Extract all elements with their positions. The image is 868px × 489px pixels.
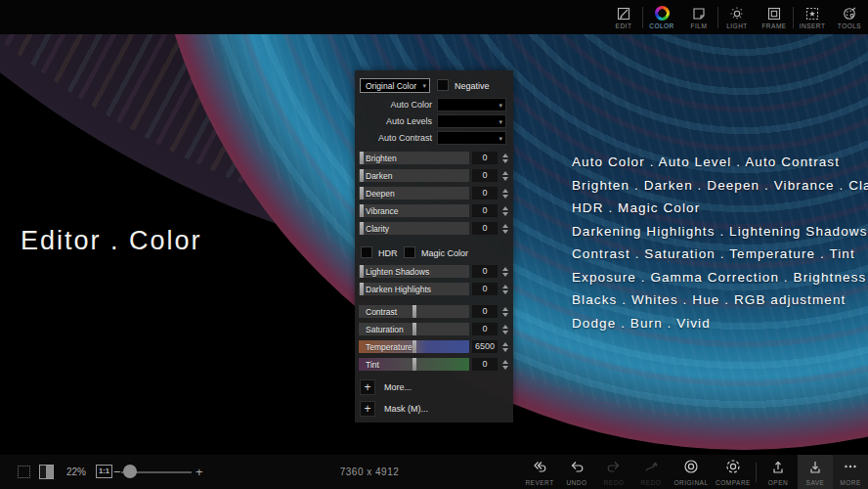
darken-slider[interactable]: Darken (359, 169, 469, 182)
auto-levels-dropdown[interactable]: ▾ (437, 114, 506, 128)
step-up-icon[interactable] (502, 267, 508, 271)
step-down-icon[interactable] (502, 230, 508, 234)
tab-frame[interactable]: FRAME (756, 0, 793, 34)
step-down-icon[interactable] (502, 212, 508, 216)
slider-handle[interactable] (360, 265, 364, 278)
undo-button[interactable]: UNDO (558, 455, 595, 489)
more-button[interactable]: + More... (360, 379, 412, 395)
step-down-icon[interactable] (502, 290, 508, 294)
deepen-slider[interactable]: Deepen (359, 187, 469, 200)
darken-stepper[interactable] (500, 169, 510, 182)
contrast-slider[interactable]: Contrast (359, 305, 469, 318)
step-up-icon[interactable] (502, 171, 508, 175)
slider-handle[interactable] (360, 283, 364, 295)
zoom-slider-handle[interactable] (123, 465, 137, 478)
clarity-stepper[interactable] (500, 222, 510, 235)
tint-slider[interactable]: Tint (359, 358, 469, 371)
redo-button[interactable]: REDO (595, 455, 632, 489)
step-down-icon[interactable] (502, 273, 508, 277)
compare-button[interactable]: COMPARE (713, 455, 754, 489)
deepen-stepper[interactable] (500, 187, 510, 200)
magic-color-checkbox[interactable] (404, 246, 415, 258)
slider-handle[interactable] (412, 340, 416, 353)
tab-tools[interactable]: TOOLS (831, 0, 868, 34)
contrast-stepper[interactable] (500, 305, 510, 318)
more-actions-button[interactable]: MORE (833, 455, 868, 489)
chevron-down-icon: ▾ (499, 102, 502, 109)
selection-grid-icon[interactable] (18, 466, 30, 478)
hdr-checkbox[interactable] (361, 246, 372, 258)
clarity-value[interactable]: 0 (472, 222, 498, 235)
tab-insert[interactable]: INSERT (794, 0, 831, 34)
slider-handle[interactable] (360, 204, 364, 217)
vibrance-value[interactable]: 0 (472, 204, 498, 217)
saturation-value[interactable]: 0 (472, 323, 498, 335)
auto-color-dropdown[interactable]: ▾ (437, 98, 506, 111)
step-up-icon[interactable] (502, 342, 508, 346)
open-button[interactable]: OPEN (759, 455, 798, 489)
feature-line: Exposure . Gamma Correction . Brightness (572, 266, 868, 289)
tab-color[interactable]: COLOR (643, 0, 680, 34)
zoom-out-button[interactable]: − (113, 465, 121, 479)
slider-handle[interactable] (360, 187, 364, 200)
vibrance-slider[interactable]: Vibrance (359, 204, 469, 217)
brighten-slider[interactable]: Brighten (359, 152, 469, 164)
tint-stepper[interactable] (500, 358, 510, 371)
lighten-shadows-slider[interactable]: Lighten Shadows (359, 265, 469, 278)
step-up-icon[interactable] (502, 189, 508, 193)
save-button[interactable]: SAVE (798, 455, 833, 489)
slider-handle[interactable] (360, 222, 364, 235)
original-button[interactable]: ORIGINAL (670, 455, 713, 489)
saturation-slider[interactable]: Saturation (359, 323, 469, 335)
step-up-icon[interactable] (502, 206, 508, 210)
step-up-icon[interactable] (502, 224, 508, 228)
lighten-shadows-value[interactable]: 0 (472, 265, 498, 278)
toolbar-separator (756, 463, 757, 482)
step-down-icon[interactable] (502, 159, 508, 163)
darken-highlights-stepper[interactable] (500, 283, 510, 295)
contrast-value[interactable]: 0 (472, 305, 498, 318)
redo-all-button[interactable]: REDO (632, 455, 670, 489)
step-down-icon[interactable] (502, 348, 508, 352)
saturation-stepper[interactable] (500, 323, 510, 335)
darken-value[interactable]: 0 (472, 169, 498, 182)
lighten-shadows-stepper[interactable] (500, 265, 510, 278)
slider-handle[interactable] (360, 169, 364, 182)
brighten-stepper[interactable] (500, 152, 510, 164)
one-to-one-button[interactable]: 1:1 (96, 465, 112, 478)
tab-light[interactable]: LIGHT (718, 0, 756, 34)
negative-checkbox[interactable] (437, 79, 449, 91)
step-up-icon[interactable] (502, 285, 508, 289)
slider-handle[interactable] (360, 152, 364, 164)
slider-handle[interactable] (412, 358, 416, 371)
step-down-icon[interactable] (502, 366, 508, 370)
zoom-in-button[interactable]: + (195, 465, 203, 479)
darken-highlights-value[interactable]: 0 (472, 283, 498, 295)
clarity-slider[interactable]: Clarity (359, 222, 469, 235)
tab-edit[interactable]: EDIT (605, 0, 642, 34)
step-up-icon[interactable] (502, 325, 508, 329)
step-down-icon[interactable] (502, 177, 508, 181)
temperature-slider[interactable]: Temperature (359, 340, 469, 353)
deepen-value[interactable]: 0 (472, 187, 498, 200)
preset-dropdown[interactable]: Original Color ▾ (360, 78, 430, 93)
brighten-value[interactable]: 0 (472, 152, 498, 164)
tint-value[interactable]: 0 (472, 358, 498, 371)
revert-button[interactable]: REVERT (521, 455, 558, 489)
step-down-icon[interactable] (502, 195, 508, 199)
step-up-icon[interactable] (502, 307, 508, 311)
mask-button[interactable]: + Mask (M)... (360, 401, 428, 417)
step-down-icon[interactable] (502, 313, 508, 317)
step-up-icon[interactable] (502, 360, 508, 364)
tab-film[interactable]: FILM (680, 0, 717, 34)
slider-handle[interactable] (412, 305, 416, 318)
darken-highlights-slider[interactable]: Darken Highlights (359, 283, 469, 295)
temperature-stepper[interactable] (500, 340, 510, 353)
preview-split-icon[interactable] (39, 465, 54, 479)
temperature-value[interactable]: 6500 (472, 340, 498, 353)
vibrance-stepper[interactable] (500, 204, 510, 217)
step-down-icon[interactable] (502, 331, 508, 334)
auto-contrast-dropdown[interactable]: ▾ (437, 131, 506, 145)
slider-handle[interactable] (412, 323, 416, 335)
step-up-icon[interactable] (502, 154, 508, 157)
